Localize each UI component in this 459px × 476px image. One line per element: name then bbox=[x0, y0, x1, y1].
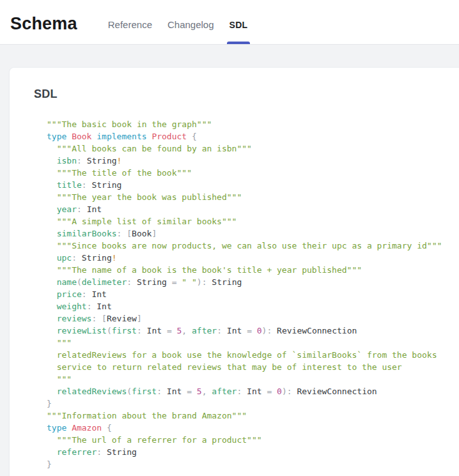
code-line: year: Int bbox=[47, 203, 459, 215]
code-line: } bbox=[47, 458, 459, 470]
code-line: isbn: String! bbox=[47, 155, 459, 167]
code-line: type Amazon { bbox=[47, 422, 459, 434]
code-line: weight: Int bbox=[47, 300, 459, 312]
code-line: similarBooks: [Book] bbox=[47, 227, 459, 240]
sdl-card-heading: SDL bbox=[34, 88, 459, 101]
tab-reference[interactable]: Reference bbox=[100, 5, 160, 44]
code-line: """The basic book in the graph""" bbox=[47, 118, 459, 130]
tab-changelog[interactable]: Changelog bbox=[160, 5, 222, 44]
code-line: """The year the book was published""" bbox=[47, 191, 459, 203]
code-line: service to return related reviews that m… bbox=[47, 361, 459, 373]
code-line: """The title of the book""" bbox=[47, 167, 459, 179]
code-line: reviewList(first: Int = 5, after: Int = … bbox=[47, 325, 459, 337]
code-line: """All books can be found by an isbn""" bbox=[47, 142, 459, 155]
code-line: title: String bbox=[47, 179, 459, 191]
code-line: """The name of a book is the book's titl… bbox=[47, 264, 459, 276]
code-line: type Book implements Product { bbox=[47, 130, 459, 142]
code-line: """Information about the brand Amazon""" bbox=[47, 410, 459, 422]
code-line: """The url of a referrer for a product""… bbox=[47, 434, 459, 446]
code-line: relatedReviews(first: Int = 5, after: In… bbox=[47, 385, 459, 397]
sdl-code[interactable]: """The basic book in the graph"""type Bo… bbox=[47, 118, 459, 470]
code-line: """ bbox=[47, 373, 459, 385]
code-line: reviews: [Review] bbox=[47, 312, 459, 325]
page-title: Schema bbox=[10, 10, 77, 34]
code-line: """ bbox=[47, 337, 459, 349]
code-line: name(delimeter: String = " "): String bbox=[47, 276, 459, 288]
code-line: referrer: String bbox=[47, 446, 459, 458]
tabs: ReferenceChangelogSDL bbox=[100, 0, 256, 44]
code-line: """Since books are now products, we can … bbox=[47, 240, 459, 252]
code-line: } bbox=[47, 397, 459, 410]
tab-sdl[interactable]: SDL bbox=[222, 5, 256, 44]
code-line: """A simple list of similar books""" bbox=[47, 215, 459, 227]
page-header: Schema ReferenceChangelogSDL bbox=[0, 0, 459, 45]
code-line: relatedReviews for a book use the knowle… bbox=[47, 349, 459, 361]
code-line: price: Int bbox=[47, 288, 459, 300]
sdl-card: SDL """The basic book in the graph"""typ… bbox=[9, 67, 459, 476]
code-line: upc: String! bbox=[47, 252, 459, 264]
